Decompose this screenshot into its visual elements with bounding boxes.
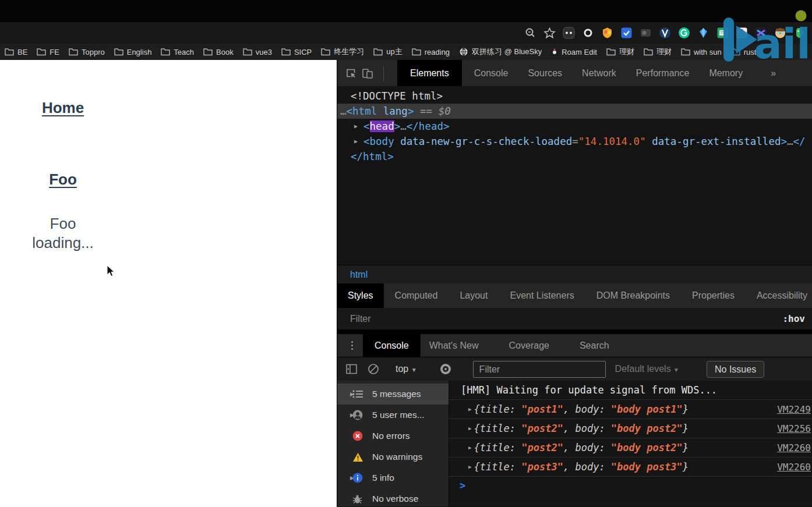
extension-icon[interactable] bbox=[582, 27, 594, 39]
sidebar-filter-all-messages[interactable]: ▶5 messages bbox=[337, 384, 449, 405]
expand-arrow-icon[interactable]: ▶ bbox=[337, 412, 352, 418]
tab-layout[interactable]: Layout bbox=[449, 283, 499, 308]
bookmark-folder[interactable]: Toppro bbox=[69, 48, 105, 56]
tab-memory[interactable]: Memory bbox=[699, 60, 753, 86]
sidebar-filter-verbose[interactable]: No verbose bbox=[337, 488, 449, 506]
warning-icon bbox=[352, 452, 363, 462]
expand-arrow-icon[interactable]: ▶ bbox=[337, 475, 352, 481]
source-link[interactable]: VM2260 bbox=[777, 442, 811, 453]
globe-icon bbox=[459, 47, 468, 56]
source-link[interactable]: VM2256 bbox=[777, 423, 811, 434]
extension-icon[interactable] bbox=[774, 27, 786, 39]
extension-icon[interactable] bbox=[620, 27, 633, 39]
drawer-tab-coverage[interactable]: Coverage bbox=[500, 334, 558, 357]
more-tabs-button[interactable]: » bbox=[761, 60, 786, 86]
bookmark-folder[interactable]: vue3 bbox=[243, 48, 272, 56]
dom-node-body[interactable]: ▶<body data-new-gr-c-s-check-loaded="14.… bbox=[337, 134, 812, 149]
console-message-object[interactable]: ▶{title: "post3", body: "body post3"}VM2… bbox=[449, 458, 812, 477]
bookmark-folder[interactable]: SICP bbox=[281, 48, 312, 56]
sidebar-filter-info[interactable]: ▶5 info bbox=[337, 467, 449, 488]
tab-event-listeners[interactable]: Event Listeners bbox=[499, 283, 585, 308]
tab-dom-breakpoints[interactable]: DOM Breakpoints bbox=[585, 283, 681, 308]
tab-computed[interactable]: Computed bbox=[384, 283, 449, 308]
source-link[interactable]: VM2249 bbox=[777, 404, 811, 415]
expand-arrow-icon[interactable]: ▶ bbox=[337, 391, 352, 397]
dom-node-head[interactable]: ▶<head>…</head> bbox=[337, 119, 812, 134]
extension-icon[interactable] bbox=[736, 27, 748, 39]
bookmark-folder[interactable]: English bbox=[114, 48, 152, 56]
dom-node-doctype[interactable]: <!DOCTYPE html> bbox=[337, 88, 812, 104]
console-prompt[interactable]: > bbox=[449, 477, 812, 494]
console-message-object[interactable]: ▶{title: "post1", body: "body post1"}VM2… bbox=[449, 400, 812, 419]
expand-arrow-icon[interactable]: ▶ bbox=[468, 406, 471, 412]
sidebar-filter-warnings[interactable]: No warnings bbox=[337, 446, 449, 467]
bookmark-folder[interactable]: up主 bbox=[373, 47, 402, 57]
drawer-tab-console[interactable]: Console bbox=[363, 334, 421, 357]
sidebar-filter-user-messages[interactable]: ▶5 user mes... bbox=[337, 405, 449, 426]
bookmark-item[interactable]: 双拼练习 @ BlueSky bbox=[459, 47, 542, 57]
roam-icon bbox=[551, 48, 558, 56]
extension-icon[interactable] bbox=[678, 27, 690, 39]
sidebar-filter-errors[interactable]: No errors bbox=[337, 426, 449, 446]
extension-icon[interactable] bbox=[755, 27, 767, 39]
dom-node-html-selected[interactable]: …<html lang> == $0 bbox=[337, 104, 812, 119]
extension-icon[interactable] bbox=[793, 27, 806, 39]
console-message-object[interactable]: ▶{title: "post2", body: "body post2"}VM2… bbox=[449, 419, 812, 438]
console-filter-input[interactable]: Filter bbox=[473, 361, 606, 378]
tab-styles[interactable]: Styles bbox=[337, 283, 384, 308]
hov-toggle[interactable]: :hov bbox=[782, 313, 805, 324]
expand-arrow-icon[interactable]: ▶ bbox=[468, 426, 471, 431]
drawer-menu-icon[interactable] bbox=[351, 341, 355, 350]
zoom-icon[interactable] bbox=[524, 27, 536, 39]
tab-console[interactable]: Console bbox=[464, 60, 518, 86]
bookmark-star-icon[interactable] bbox=[543, 27, 556, 39]
live-expression-eye-icon[interactable] bbox=[439, 363, 452, 375]
tab-sources[interactable]: Sources bbox=[518, 60, 572, 86]
styles-filter-input[interactable]: Filter bbox=[350, 314, 371, 324]
inspect-element-icon[interactable] bbox=[345, 68, 357, 79]
expand-arrow-icon[interactable]: ▶ bbox=[354, 134, 358, 149]
foo-link[interactable]: Foo bbox=[0, 171, 126, 189]
log-levels-dropdown[interactable]: Default levels ▼ bbox=[615, 364, 679, 374]
tab-accessibility[interactable]: Accessibility bbox=[746, 283, 812, 308]
bookmark-folder[interactable]: 理财 bbox=[606, 47, 634, 57]
tab-properties[interactable]: Properties bbox=[681, 283, 746, 308]
tab-performance[interactable]: Performance bbox=[626, 60, 700, 86]
bookmark-folder[interactable]: Teach bbox=[161, 48, 194, 56]
extension-icon[interactable] bbox=[697, 27, 709, 39]
extension-icon[interactable] bbox=[659, 27, 671, 39]
bookmark-folder[interactable]: Book bbox=[203, 48, 234, 56]
dom-node-html-close[interactable]: </html> bbox=[337, 149, 812, 164]
console-message-object[interactable]: ▶{title: "post2", body: "body post2"}VM2… bbox=[449, 438, 812, 458]
extension-icon[interactable] bbox=[563, 27, 575, 39]
bookmark-folder[interactable]: reading bbox=[412, 48, 450, 56]
expand-arrow-icon[interactable]: ▶ bbox=[468, 464, 471, 470]
home-link[interactable]: Home bbox=[0, 99, 126, 117]
clear-console-icon[interactable] bbox=[368, 363, 379, 375]
bookmark-folder[interactable]: rust bbox=[731, 48, 757, 56]
mouse-cursor bbox=[107, 265, 115, 278]
drawer-tab-search[interactable]: Search bbox=[571, 334, 618, 357]
drawer-tab-whats-new[interactable]: What's New bbox=[421, 334, 488, 357]
no-issues-button[interactable]: No Issues bbox=[707, 361, 764, 378]
extension-icon[interactable] bbox=[601, 27, 613, 39]
bookmark-folder[interactable]: 终生学习 bbox=[321, 47, 364, 57]
console-sidebar-toggle-icon[interactable] bbox=[346, 364, 358, 374]
device-toolbar-icon[interactable] bbox=[362, 68, 374, 79]
bookmark-folder[interactable]: 理财 bbox=[644, 47, 672, 57]
extension-icon[interactable] bbox=[640, 27, 652, 39]
source-link[interactable]: VM2260 bbox=[777, 462, 811, 473]
expand-arrow-icon[interactable]: ▶ bbox=[468, 445, 471, 451]
extension-icon[interactable] bbox=[716, 27, 729, 39]
console-context-selector[interactable]: top ▼ bbox=[396, 364, 417, 374]
bookmark-folder[interactable]: with sun bbox=[681, 48, 722, 56]
expand-arrow-icon[interactable]: ▶ bbox=[354, 119, 358, 134]
bookmark-folder[interactable]: FE bbox=[37, 48, 59, 56]
bookmark-folder[interactable]: BE bbox=[5, 48, 27, 56]
tab-network[interactable]: Network bbox=[572, 60, 626, 86]
console-toolbar: top ▼ Filter Default levels ▼ No Issues bbox=[337, 357, 812, 381]
console-sidebar: ▶5 messages ▶5 user mes... No errors No … bbox=[337, 381, 449, 506]
bookmark-item[interactable]: Roam Edit bbox=[551, 48, 597, 56]
breadcrumb-html[interactable]: html bbox=[350, 270, 368, 279]
tab-elements[interactable]: Elements bbox=[397, 60, 462, 86]
